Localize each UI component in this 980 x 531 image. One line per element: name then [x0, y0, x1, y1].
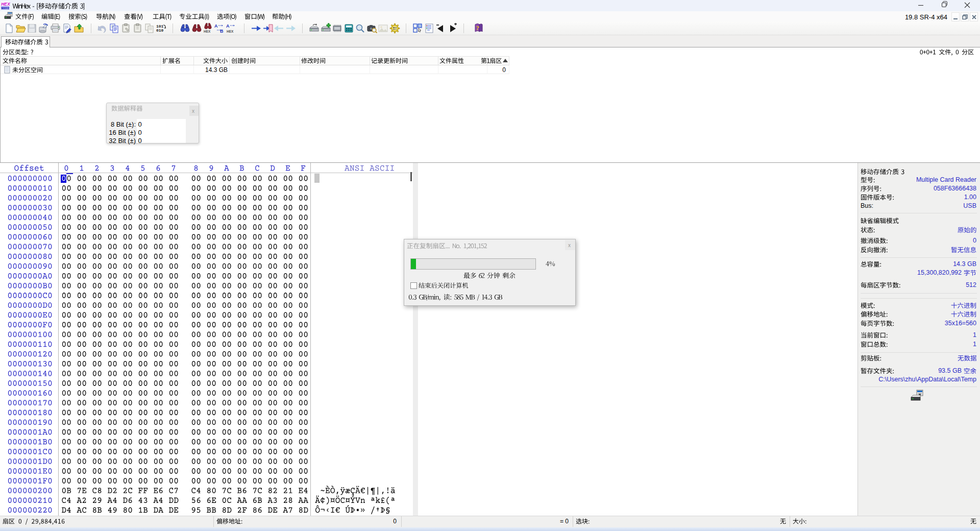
svg-text:?: ?: [476, 24, 480, 32]
